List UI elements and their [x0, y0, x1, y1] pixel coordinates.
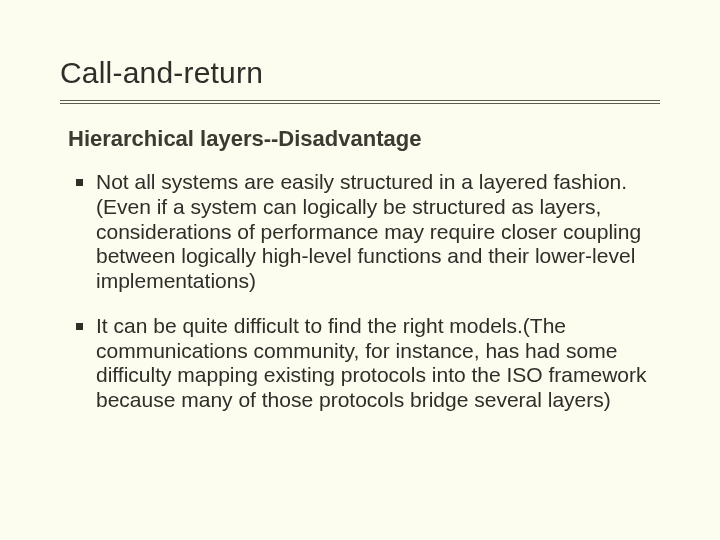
- slide: Call-and-return Hierarchical layers--Dis…: [0, 0, 720, 540]
- slide-title: Call-and-return: [60, 56, 660, 90]
- title-divider: [60, 100, 660, 104]
- list-item: Not all systems are easily structured in…: [76, 170, 658, 294]
- bullet-list: Not all systems are easily structured in…: [60, 170, 660, 413]
- slide-subtitle: Hierarchical layers--Disadvantage: [68, 126, 660, 152]
- list-item: It can be quite difficult to find the ri…: [76, 314, 658, 413]
